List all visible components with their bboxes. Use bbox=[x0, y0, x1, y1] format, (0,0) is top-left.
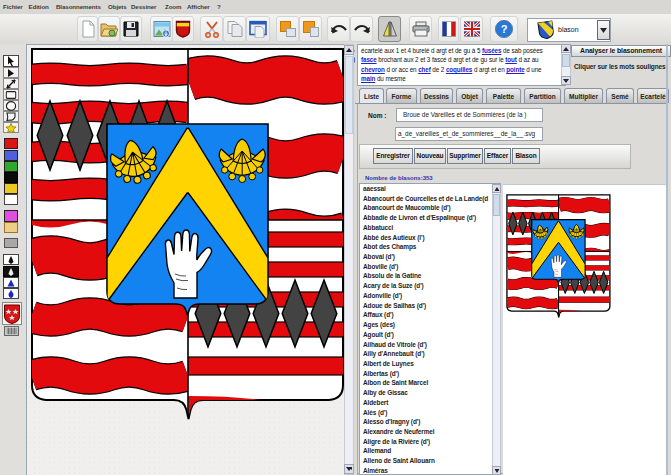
svg-text:?: ? bbox=[501, 23, 508, 35]
